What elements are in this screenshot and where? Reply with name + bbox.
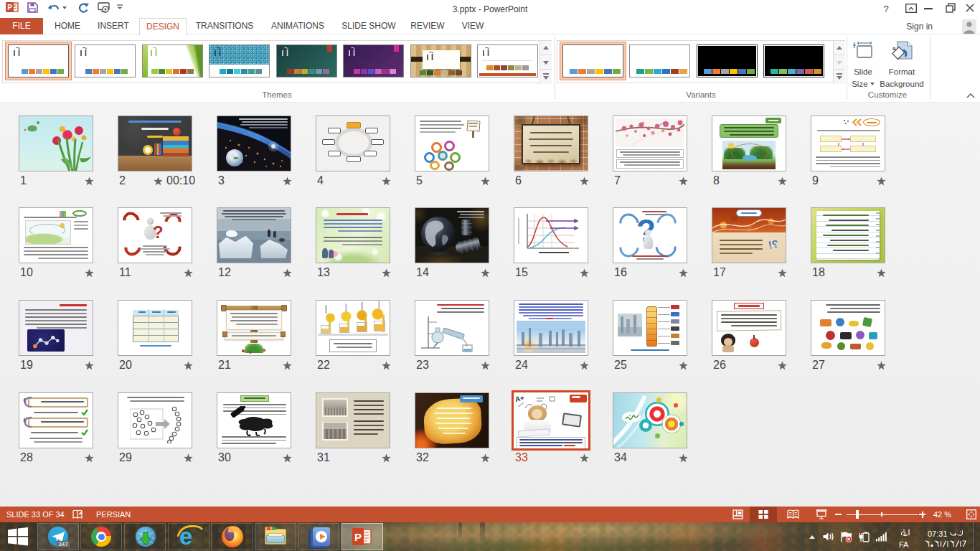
svg-text:P: P bbox=[7, 4, 12, 11]
svg-text:?: ? bbox=[883, 4, 888, 14]
svg-text:P: P bbox=[354, 531, 362, 543]
